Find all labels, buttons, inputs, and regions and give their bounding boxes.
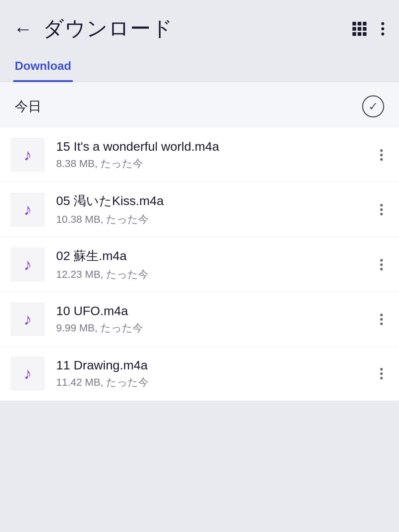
file-item-0: ♪ 15 It's a wonderful world.m4a 8.38 MB,… [0,128,399,182]
item-dot [380,368,383,371]
file-item-2: ♪ 02 蘇生.m4a 12.23 MB, たった今 [0,237,399,292]
grid-cell [363,22,366,25]
file-item-1: ♪ 05 渇いたKiss.m4a 10.38 MB, たった今 [0,182,399,237]
file-more-button-1[interactable] [379,201,384,218]
item-dot [380,263,383,266]
item-dot [380,204,383,207]
item-dot [380,318,383,321]
file-more-button-0[interactable] [379,146,384,164]
grid-cell [363,27,366,31]
grid-cell [358,22,361,25]
more-dot [381,22,384,25]
file-item-4: ♪ 11 Drawing.m4a 11.42 MB, たった今 [0,347,399,401]
file-meta-3: 9.99 MB, たった今 [56,321,373,335]
item-dot [380,314,383,316]
file-info-2: 02 蘇生.m4a 12.23 MB, たった今 [56,248,373,282]
file-thumbnail-4: ♪ [11,357,44,390]
section-date-label: 今日 [15,98,41,116]
checkmark-icon: ✓ [368,100,378,112]
item-dot [380,372,383,375]
grid-cell [358,32,361,36]
file-name-4: 11 Drawing.m4a [56,358,373,372]
file-name-0: 15 It's a wonderful world.m4a [56,139,373,154]
back-button[interactable]: ← [13,19,33,38]
file-more-button-2[interactable] [379,256,384,273]
item-dot [380,377,383,379]
page-title: ダウンロード [43,15,173,43]
file-item-3: ♪ 10 UFO.m4a 9.99 MB, たった今 [0,292,399,347]
item-dot [380,208,383,211]
grid-cell [352,32,356,36]
music-note-icon: ♪ [24,311,32,327]
file-info-1: 05 渇いたKiss.m4a 10.38 MB, たった今 [56,192,373,226]
music-note-icon: ♪ [24,147,32,163]
file-more-button-3[interactable] [379,311,384,328]
file-name-2: 02 蘇生.m4a [56,248,373,265]
header-right [352,21,386,37]
item-dot [380,154,383,156]
header-left: ← ダウンロード [13,15,173,43]
tabs-bar: Download [0,50,399,82]
file-thumbnail-2: ♪ [11,248,44,281]
app-header: ← ダウンロード [0,0,399,50]
select-all-button[interactable]: ✓ [362,95,384,117]
file-name-1: 05 渇いたKiss.m4a [56,192,373,209]
grid-cell [352,22,356,25]
grid-cell [352,27,356,31]
music-note-icon: ♪ [24,365,32,382]
item-dot [380,149,383,152]
file-list: ♪ 15 It's a wonderful world.m4a 8.38 MB,… [0,128,399,401]
file-info-0: 15 It's a wonderful world.m4a 8.38 MB, た… [56,139,373,171]
file-meta-1: 10.38 MB, たった今 [56,212,373,226]
grid-view-icon[interactable] [352,22,366,36]
file-info-3: 10 UFO.m4a 9.99 MB, たった今 [56,304,373,335]
more-dot [381,27,384,30]
file-thumbnail-0: ♪ [11,138,44,171]
more-options-button[interactable] [380,21,386,37]
section-header: 今日 ✓ [0,82,399,128]
item-dot [380,268,383,270]
item-dot [380,158,383,161]
item-dot [380,213,383,215]
file-meta-2: 12.23 MB, たった今 [56,267,373,282]
file-name-3: 10 UFO.m4a [56,304,373,318]
music-note-icon: ♪ [24,256,32,273]
more-dot [381,33,384,35]
item-dot [380,259,383,262]
file-meta-4: 11.42 MB, たった今 [56,375,373,389]
file-thumbnail-3: ♪ [11,303,44,336]
item-dot [380,323,383,325]
grid-cell [363,32,366,36]
file-thumbnail-1: ♪ [11,193,44,226]
music-note-icon: ♪ [24,201,32,218]
file-more-button-4[interactable] [379,365,384,382]
file-meta-0: 8.38 MB, たった今 [56,157,373,171]
file-info-4: 11 Drawing.m4a 11.42 MB, たった今 [56,358,373,389]
tab-download[interactable]: Download [13,50,73,82]
grid-cell [358,27,361,31]
